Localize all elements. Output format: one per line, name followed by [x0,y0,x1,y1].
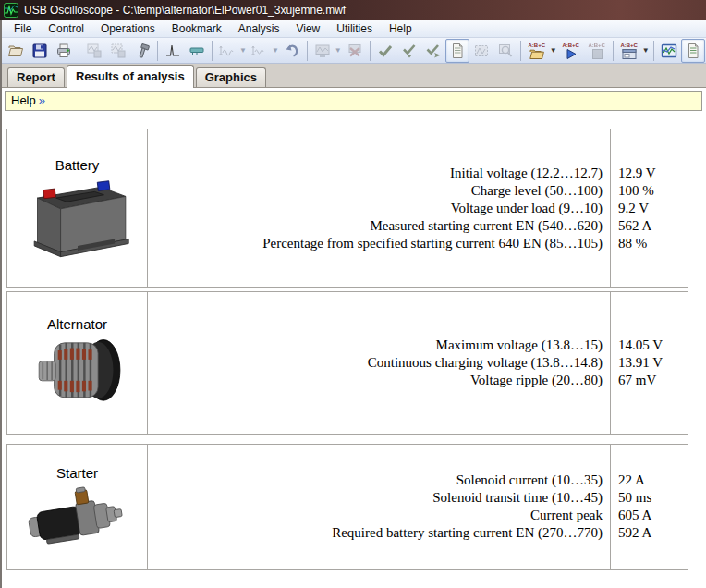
clear-screen-icon [347,43,363,59]
menu-file[interactable]: File [6,21,40,36]
param-value: 88 % [618,235,688,252]
accept-down-button[interactable] [397,39,421,63]
graphics-chart-icon [661,43,677,59]
process-signal-2-button[interactable] [248,39,272,63]
battery-values: 12.9 V 100 % 9.2 V 562 A 88 % [610,129,688,287]
process-wave-icon [219,43,236,59]
screen-chart-dropdown[interactable]: ▼ [335,46,342,55]
starter-image [24,483,131,549]
analysis-sections: Battery Initial voltage (12.2…12. [6,129,688,570]
graphics-button[interactable] [657,39,681,63]
process-signal-1-dropdown[interactable]: ▼ [239,46,247,55]
save-fragment-button[interactable] [106,39,130,63]
param-label: Continuous charging voltage (13.8…14.8) [148,354,603,372]
abc-open-folder-icon [530,49,544,59]
save-signal-button[interactable] [82,39,106,63]
menu-control[interactable]: Control [40,21,92,36]
report-button[interactable] [681,39,705,63]
results-document-icon [449,43,466,59]
screen-chart-icon [314,43,331,59]
param-label: Solenoid transit time (10…45) [148,489,603,507]
starter-section: Starter [6,444,688,570]
battery-title: Battery [55,157,100,173]
menu-analysis[interactable]: Analysis [230,21,288,36]
toolbar-separator [79,41,79,61]
help-bar[interactable]: Help» [5,91,702,111]
tab-graphics[interactable]: Graphics [196,67,266,87]
toolbar-separator [307,41,308,61]
alternator-labels: Maximum voltage (13.8…15) Continuous cha… [148,292,610,434]
starter-values: 22 A 50 ms 605 A 592 A [610,445,688,569]
tab-report[interactable]: Report [7,67,65,87]
accept-next-button[interactable] [421,39,445,63]
menu-operations[interactable]: Operations [92,21,164,36]
abc-open-button[interactable]: A:B+C [524,39,550,63]
battery-labels: Initial voltage (12.2…12.7) Charge level… [148,129,610,287]
save-button[interactable] [28,39,52,63]
impulse-icon [164,43,181,59]
process-wave2-icon [251,43,268,59]
param-label: Percentage from specified starting curre… [148,235,603,252]
param-label: Maximum voltage (13.8…15) [148,337,603,354]
open-file-button[interactable] [4,39,28,63]
param-value: 562 A [618,217,688,235]
menu-bookmark[interactable]: Bookmark [164,21,230,36]
process-signal-2-dropdown[interactable]: ▼ [272,46,279,55]
abc-panel-button[interactable]: A:B+C [616,39,642,63]
impulse-button[interactable] [161,39,185,63]
battery-image-cell: Battery [7,129,148,287]
select-region-button[interactable] [469,39,493,63]
undo-button[interactable] [280,39,304,63]
screen-chart-button[interactable] [310,39,335,63]
abc-run-button[interactable]: A:B+C [558,39,584,63]
param-label: Required battery starting current EN (27… [148,524,603,542]
param-value: 22 A [618,472,688,489]
printer-icon [55,43,72,59]
menu-help[interactable]: Help [381,21,420,36]
open-folder-icon [7,43,24,59]
accept-button[interactable] [373,39,397,63]
clamp-button[interactable] [185,39,209,63]
tab-results-of-analysis[interactable]: Results of analysis [67,65,194,88]
inspect-region-button[interactable] [493,39,517,63]
magnifier-region-icon [497,43,514,59]
window-title: USB Oscilloscope - C:\temp\alternator\El… [24,4,346,17]
alternator-image [27,334,128,410]
alternator-section: Alternator [6,291,688,435]
menu-utilities[interactable]: Utilities [328,21,381,36]
tools-button[interactable] [130,39,154,63]
starter-labels: Solenoid current (10…35) Solenoid transi… [148,445,610,569]
alternator-values: 14.05 V 13.91 V 67 mV [610,292,688,434]
toolbar-separator [212,41,213,61]
param-label: Current peak [148,507,603,524]
abc-label: A:B+C [562,43,579,49]
menu-bar: File Control Operations Bookmark Analysi… [2,20,706,38]
param-label: Charge level (50…100) [148,182,603,200]
param-value: 592 A [618,524,688,542]
save-signal-icon [86,43,103,59]
abc-stop-button[interactable]: A:B+C [584,39,610,63]
starter-image-cell: Starter [7,445,148,569]
alternator-image-cell: Alternator [7,292,148,434]
abc-panel-dropdown[interactable]: ▼ [642,46,650,55]
toolbar-separator [370,41,371,61]
param-value: 100 % [618,182,688,200]
analysis-results-button[interactable] [445,39,469,63]
menu-view[interactable]: View [287,21,328,36]
abc-label: A:B+C [620,43,638,49]
hammer-icon [134,43,151,59]
print-button[interactable] [52,39,76,63]
tab-bar: Report Results of analysis Graphics [2,64,706,88]
toolbar-separator [157,41,158,61]
abc-stop-icon [590,49,604,59]
starter-title: Starter [56,465,98,481]
title-bar: USB Oscilloscope - C:\temp\alternator\El… [0,0,706,20]
abc-open-dropdown[interactable]: ▼ [550,46,557,55]
help-bar-label: Help [11,93,36,107]
process-signal-1-button[interactable] [215,39,239,63]
clear-screen-button[interactable] [343,39,367,63]
param-value: 13.91 V [618,354,688,372]
floppy-disk-icon [31,43,48,59]
param-label: Initial voltage (12.2…12.7) [148,165,603,182]
battery-image [23,175,132,260]
